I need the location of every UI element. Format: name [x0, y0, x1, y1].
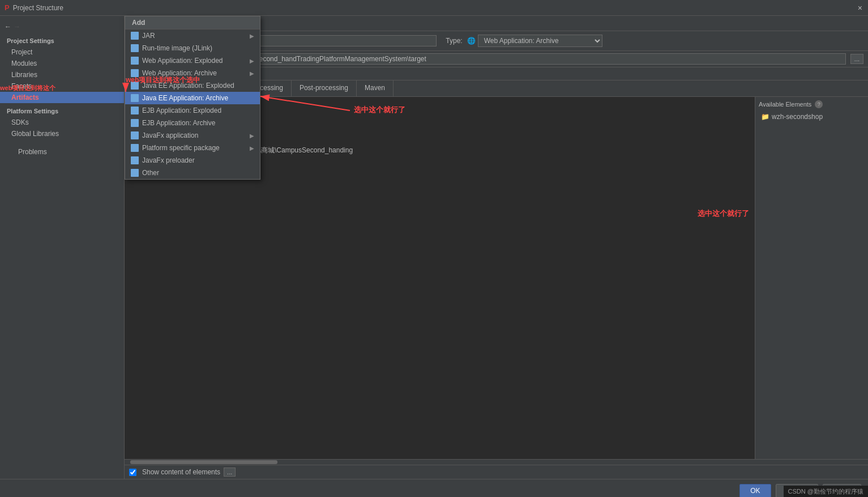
ellipsis-btn[interactable]: ...: [224, 468, 236, 477]
sidebar-item-global-libraries[interactable]: Global Libraries: [0, 128, 124, 139]
project-settings-label: Project Settings: [0, 35, 124, 46]
webapp-archive-chevron: ▶: [250, 70, 254, 77]
dropdown-item-other[interactable]: Other: [125, 167, 260, 179]
ejb-archive-label: EJB Application: Archive: [142, 119, 215, 127]
webapp-exploded-icon: [131, 57, 139, 65]
ejb-exploded-icon: [131, 107, 139, 114]
sidebar-item-project[interactable]: Project: [0, 46, 124, 58]
webapp-exploded-label: Web Application: Exploded: [142, 57, 223, 65]
webapp-archive-icon: [131, 69, 139, 77]
dir-input[interactable]: [184, 53, 846, 65]
available-item-label: wzh-secondshop: [772, 113, 823, 121]
other-label: Other: [142, 169, 159, 177]
title-bar-title: Project Structure: [13, 4, 63, 12]
close-button[interactable]: ×: [858, 3, 862, 12]
sidebar: ← → Project Settings Project Modules Lib…: [0, 16, 125, 479]
tab-postprocessing[interactable]: Post-processing: [292, 80, 357, 96]
javaee-archive-icon: [131, 94, 139, 102]
artifact-label: Artifacts: [11, 94, 39, 101]
dropdown-item-ejb-archive[interactable]: EJB Application: Archive: [125, 117, 260, 129]
javafx-app-chevron: ▶: [250, 133, 254, 139]
dropdown-item-webapp-archive[interactable]: Web Application: Archive ▶: [125, 67, 260, 79]
available-label: Available Elements: [759, 101, 811, 108]
runtime-icon: [131, 44, 139, 52]
nav-forward-btn[interactable]: →: [14, 23, 20, 31]
platform-pkg-label: Platform specific package: [142, 144, 220, 152]
javafx-preloader-label: JavaFx preloader: [142, 156, 195, 164]
dropdown-item-jar[interactable]: JAR ▶: [125, 29, 260, 42]
jar-icon: [131, 32, 139, 40]
sidebar-item-artifacts[interactable]: web项目达到将这个 Artifacts: [0, 92, 124, 103]
bottom-row: Show content of elements ...: [125, 465, 868, 479]
dropdown-item-javaee-exploded[interactable]: Java EE Application: Exploded: [125, 79, 260, 92]
dropdown-item-javafx-app[interactable]: JavaFx application ▶: [125, 129, 260, 142]
show-content-label: Show content of elements: [142, 468, 220, 476]
title-bar: P Project Structure ×: [0, 0, 868, 16]
javafx-app-label: JavaFx application: [142, 131, 198, 139]
sidebar-item-sdks[interactable]: SDKs: [0, 117, 124, 128]
available-panel: Available Elements ? 📁 wzh-secondshop: [755, 97, 868, 459]
sidebar-item-problems[interactable]: Problems: [7, 146, 117, 158]
sidebar-item-modules[interactable]: Modules: [0, 58, 124, 69]
available-item-wzh[interactable]: 📁 wzh-secondshop: [759, 112, 865, 122]
webapp-exploded-chevron: ▶: [250, 58, 254, 64]
csdn-text: CSDN @勤俭节约的程序猿: [788, 487, 863, 496]
ok-button[interactable]: OK: [739, 484, 771, 498]
app-icon: P: [5, 3, 10, 12]
platform-pkg-icon: [131, 144, 139, 152]
annotation-text-top: web项目达到将这个: [0, 84, 55, 92]
type-label: Type:: [446, 37, 462, 45]
csdn-watermark: CSDN @勤俭节约的程序猿: [784, 486, 868, 497]
ejb-archive-icon: [131, 119, 139, 127]
platform-pkg-chevron: ▶: [250, 145, 254, 151]
dropdown-item-webapp-exploded[interactable]: Web Application: Exploded ▶: [125, 54, 260, 67]
show-content-checkbox[interactable]: [129, 469, 136, 476]
folder-icon: 📁: [761, 113, 769, 121]
nav-back-btn[interactable]: ←: [5, 23, 11, 31]
dropdown-item-javaee-archive[interactable]: Java EE Application: Archive: [125, 92, 260, 104]
tab-maven[interactable]: Maven: [357, 80, 394, 96]
dropdown-item-platform-pkg[interactable]: Platform specific package ▶: [125, 142, 260, 154]
platform-settings-label: Platform Settings: [0, 105, 124, 117]
dropdown-item-ejb-exploded[interactable]: EJB Application: Exploded: [125, 104, 260, 117]
help-icon: ?: [815, 100, 823, 108]
javaee-archive-label: Java EE Application: Archive: [142, 94, 228, 102]
webapp-archive-label: Web Application: Archive: [142, 69, 217, 77]
h-scrollbar-thumb[interactable]: [130, 460, 277, 464]
footer: OK Cancel Apply: [0, 479, 868, 497]
javafx-preloader-icon: [131, 156, 139, 164]
browse-btn[interactable]: ...: [850, 54, 863, 64]
jar-chevron: ▶: [250, 33, 254, 39]
type-icon: 🌐: [467, 37, 476, 45]
dropdown-item-javafx-preloader[interactable]: JavaFx preloader: [125, 154, 260, 167]
jar-label: JAR: [142, 32, 155, 40]
available-title: Available Elements ?: [759, 100, 865, 108]
javafx-app-icon: [131, 131, 139, 139]
runtime-label: Run-time image (JLink): [142, 44, 212, 52]
add-dropdown: Add JAR ▶ Run-time image (JLink) Web App…: [125, 16, 260, 180]
dropdown-item-runtime[interactable]: Run-time image (JLink): [125, 42, 260, 54]
type-select[interactable]: Web Application: Archive Web Application…: [478, 35, 602, 47]
javaee-exploded-icon: [131, 82, 139, 90]
ejb-exploded-label: EJB Application: Exploded: [142, 107, 221, 114]
dropdown-header: Add: [125, 16, 260, 29]
sidebar-item-libraries[interactable]: Libraries: [0, 69, 124, 80]
other-icon: [131, 169, 139, 177]
h-scrollbar[interactable]: [125, 459, 868, 465]
javaee-exploded-label: Java EE Application: Exploded: [142, 82, 234, 90]
